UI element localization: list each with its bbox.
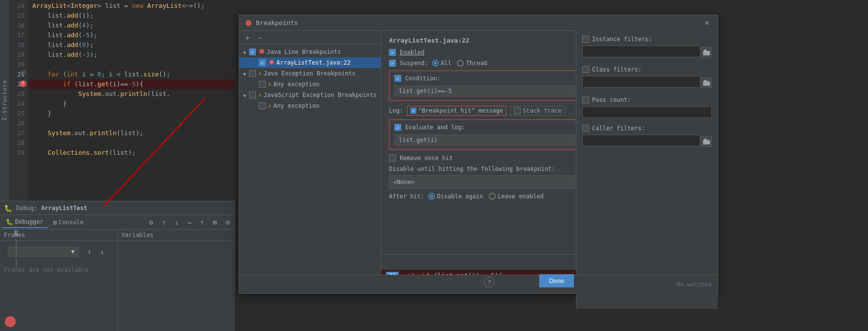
java-exception-bp-checkbox[interactable]: [249, 70, 256, 77]
toolbar-up2-icon[interactable]: ↑: [197, 217, 207, 228]
suspend-all-radio[interactable]: [432, 60, 439, 67]
stack-trace-label: Stack trace: [523, 107, 561, 114]
caller-filters-folder-btn[interactable]: [701, 136, 712, 147]
detail-row-container: ArrayListTest.java:22 ✓ Enabled ✓ Suspen…: [381, 31, 718, 254]
code-line-16: list.add(4);: [28, 21, 235, 30]
toolbar-table-icon[interactable]: ⊞: [209, 217, 220, 228]
svg-rect-8: [703, 140, 710, 144]
help-button[interactable]: ?: [484, 277, 495, 287]
condition-checkbox[interactable]: ✓: [394, 75, 401, 82]
caller-filters-input[interactable]: [582, 135, 700, 146]
no-watches-label: No watches: [677, 281, 712, 288]
java-line-bp-checkbox[interactable]: ✓: [249, 48, 256, 55]
enabled-label: Enabled: [400, 49, 425, 56]
pause-icon[interactable]: ⏸: [12, 228, 20, 237]
disable-again-label: Disable again: [437, 193, 483, 200]
line-num-25: 25: [9, 109, 28, 118]
suspend-label: Suspend:: [400, 60, 428, 67]
code-line-29: Collections.sort(list);: [28, 148, 235, 158]
tree-arraylisttest-bp[interactable]: ✓ ? ArrayListTest.java:22: [239, 57, 381, 68]
log-message-check: ✓: [411, 108, 416, 114]
add-breakpoint-btn[interactable]: +: [242, 32, 253, 43]
disable-again-radio[interactable]: [428, 193, 435, 200]
instance-filters-input-row: [582, 46, 712, 59]
log-message-chip[interactable]: ✓ "Breakpoint hit" message: [407, 106, 506, 116]
lightning-icon-1: ⚡: [258, 70, 262, 77]
tree-java-line-bp[interactable]: ▼ ✓ Java Line Breakpoints: [239, 47, 381, 57]
breakpoints-icon: [245, 20, 252, 26]
folder-icon: [703, 49, 710, 55]
tree-any-exception-java[interactable]: ⚡ Any exception: [239, 79, 381, 90]
code-line-26: [28, 118, 235, 128]
debug-tabs: 🐛 Debugger ▤ Console ⚙ ↑ ↓ → ↑ ⊞ ⊟: [0, 215, 235, 230]
stack-trace-chip[interactable]: Stack trace: [510, 106, 565, 116]
record-button[interactable]: [5, 316, 16, 327]
suspend-thread-option[interactable]: Thread: [457, 60, 487, 67]
done-button[interactable]: Done: [539, 274, 574, 287]
debug-label: Debug:: [16, 205, 37, 212]
remove-breakpoint-btn[interactable]: −: [255, 32, 266, 43]
toolbar-right-icon[interactable]: →: [184, 217, 195, 228]
triangle-down3-icon: ▼: [243, 93, 247, 97]
instance-filters-label: Instance filters:: [592, 36, 652, 43]
debug-panel: 🐛 Debug: ArrayListTest 🐛 Debugger ▤ Cons…: [0, 201, 235, 331]
svg-point-3: [259, 49, 264, 54]
tree-java-exception-bp[interactable]: ▼ ⚡ Java Exception Breakpoints: [239, 68, 381, 79]
folder-icon-3: [703, 139, 710, 144]
java-exception-bp-label: Java Exception Breakpoints: [264, 70, 356, 77]
none-option-label: <None>: [393, 179, 414, 186]
pass-count-input[interactable]: [582, 106, 712, 118]
suspend-thread-radio[interactable]: [457, 60, 464, 67]
disable-again-option[interactable]: Disable again: [428, 193, 483, 200]
line-num-28: 28: [9, 138, 28, 148]
log-label: Log:: [389, 107, 403, 114]
caller-filters-checkbox[interactable]: [582, 125, 589, 132]
any-exception-js-checkbox[interactable]: [259, 102, 266, 109]
code-line-17: list.add(-5);: [28, 30, 235, 40]
tree-js-exception-bp[interactable]: ▼ ⚡ JavaScript Exception Breakpoints: [239, 90, 381, 100]
code-lines: ArrayList<Integer> list = new ArrayList<…: [28, 0, 235, 201]
editor-area: Z-Structure 14 15 16 17 18 19 20 21 22 2…: [0, 0, 235, 201]
toolbar-grid-icon[interactable]: ⊟: [222, 217, 233, 228]
evaluate-log-checkbox[interactable]: ✓: [394, 124, 401, 131]
any-exception-java-checkbox[interactable]: [259, 81, 266, 88]
suspend-checkbox[interactable]: ✓: [389, 60, 396, 67]
toolbar-settings-icon[interactable]: ⚙: [146, 217, 157, 228]
instance-filters-checkbox[interactable]: [582, 36, 589, 43]
instance-filters-row: Instance filters:: [582, 36, 712, 43]
pass-count-checkbox[interactable]: [582, 96, 589, 103]
class-filters-folder-btn[interactable]: [701, 77, 712, 88]
dialog-close-button[interactable]: ×: [702, 18, 712, 28]
frame-up-btn[interactable]: ↑: [84, 246, 95, 257]
tab-debugger[interactable]: 🐛 Debugger: [2, 216, 47, 228]
variables-header: Variables: [118, 230, 235, 241]
code-line-28: [28, 138, 235, 148]
leave-enabled-radio[interactable]: [489, 193, 496, 200]
toolbar-down-icon[interactable]: ↓: [171, 217, 182, 228]
triangle-down2-icon: ▼: [243, 71, 247, 75]
svg-rect-6: [703, 51, 710, 55]
enabled-checkbox[interactable]: ✓: [389, 49, 396, 56]
caller-filters-label: Caller filters:: [592, 125, 645, 132]
leave-enabled-option[interactable]: Leave enabled: [489, 193, 544, 200]
suspend-all-option[interactable]: All: [432, 60, 452, 67]
stack-trace-checkbox[interactable]: [514, 107, 521, 114]
remove-once-hit-checkbox[interactable]: [389, 155, 396, 162]
instance-filters-folder-btn[interactable]: [701, 47, 712, 58]
frame-down-btn[interactable]: ↓: [97, 246, 108, 257]
arraylisttest-bp-checkbox[interactable]: ✓: [259, 59, 266, 66]
console-tab-label: Console: [59, 219, 84, 226]
code-line-23: System.out.println(list.: [28, 89, 235, 99]
line-num-15: 15: [9, 11, 28, 21]
class-filters-checkbox[interactable]: [582, 66, 589, 73]
tree-any-exception-js[interactable]: ⚡ Any exception: [239, 100, 381, 111]
class-filters-input[interactable]: [582, 76, 700, 88]
js-exception-bp-checkbox[interactable]: [249, 92, 256, 98]
instance-filters-input[interactable]: [582, 46, 700, 57]
tab-console[interactable]: ▤ Console: [49, 217, 88, 228]
dialog-footer: ? Done No watches: [239, 275, 718, 293]
line-num-14: 14: [9, 1, 28, 11]
red-dot-icon: [259, 48, 265, 54]
console-icon: ▤: [53, 219, 57, 226]
toolbar-up-icon[interactable]: ↑: [159, 217, 169, 228]
